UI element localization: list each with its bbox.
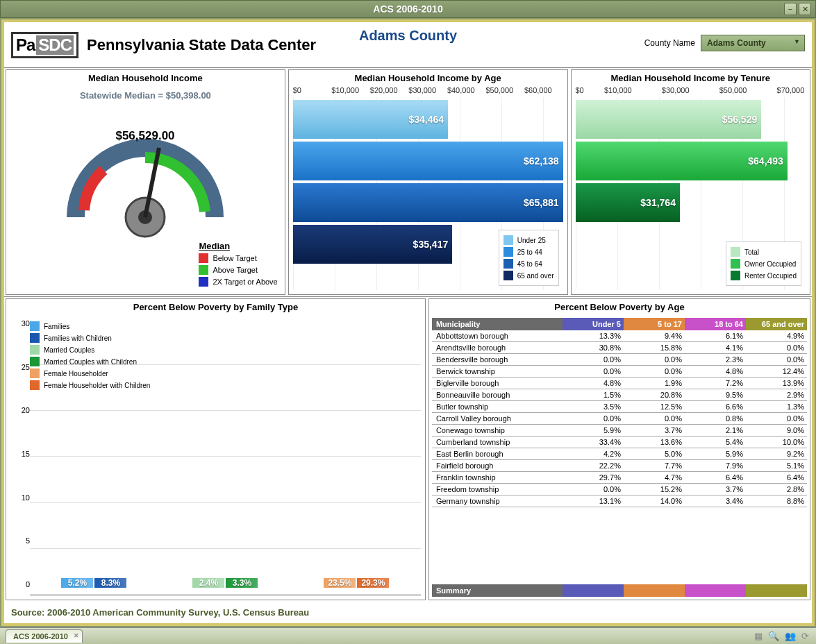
family-chart-legend: FamiliesFamilies with ChildrenMarried Co… — [30, 319, 150, 392]
legend-label: Below Target — [213, 254, 256, 262]
table-row[interactable]: Bonneauville borough1.5%20.8%9.5%2.9% — [432, 389, 807, 401]
table-header-cell[interactable]: 5 to 17 — [624, 318, 685, 330]
value-cell: 4.7% — [624, 472, 685, 483]
footer-tab[interactable]: ACS 2006-2010 ✕ — [6, 629, 83, 643]
muni-cell: Abbottstown borough — [432, 330, 563, 341]
logo: Pa SDC — [11, 32, 78, 58]
table-row[interactable]: Biglerville borough4.8%1.9%7.2%13.9% — [432, 378, 807, 389]
legend-item: 65 and over — [503, 271, 554, 280]
table-row[interactable]: Carroll Valley borough0.0%0.0%0.8%0.0% — [432, 413, 807, 425]
muni-cell: Bendersville borough — [432, 354, 563, 365]
family-chart-card: Percent Below Poverty by Family Type 302… — [6, 298, 426, 600]
value-cell: 3.7% — [624, 425, 685, 436]
poverty-table-title: Percent Below Poverty by Age — [429, 299, 810, 315]
tick-label: $30,000 — [662, 86, 690, 94]
table-header-cell[interactable]: 18 to 64 — [685, 318, 746, 330]
value-cell: 5.1% — [746, 460, 807, 471]
footer-tab-label: ACS 2006-2010 — [13, 632, 68, 641]
gauge-area: Statewide Median = $50,398.00 $56,529.00… — [6, 86, 285, 294]
search-icon[interactable]: 🔍 — [768, 631, 779, 641]
value-cell: 29.7% — [563, 472, 624, 483]
age-chart-title: Median Household Income by Age — [289, 70, 567, 86]
window-title: ACS 2006-2010 — [373, 3, 442, 15]
table-row[interactable]: Bendersville borough0.0%0.0%2.3%0.0% — [432, 354, 807, 366]
table-row[interactable]: Butler township3.5%12.5%6.6%1.3% — [432, 401, 807, 413]
value-cell: 2.8% — [746, 484, 807, 495]
gauge-legend-title: Median — [199, 241, 277, 251]
table-row[interactable]: Arendtsville borough30.8%15.8%4.1%0.0% — [432, 342, 807, 354]
legend-label: Female Householder with Children — [44, 382, 150, 389]
refresh-icon[interactable]: ⟳ — [801, 631, 809, 641]
vbar: 2.4% — [192, 578, 224, 588]
value-cell: 22.2% — [563, 460, 624, 471]
value-cell: 0.0% — [624, 366, 685, 377]
table-row[interactable]: Cumberland township33.4%13.6%5.4%10.0% — [432, 437, 807, 448]
legend-label: Families with Children — [44, 334, 112, 342]
legend-label: 2X Target or Above — [213, 278, 277, 286]
hbar-row: $34,464 — [293, 100, 563, 139]
value-cell: 6.6% — [685, 401, 746, 412]
value-cell: 2.1% — [685, 425, 746, 436]
summary-cell — [624, 584, 685, 597]
grid-icon[interactable]: ▦ — [754, 631, 763, 641]
close-icon[interactable]: ✕ — [74, 632, 79, 639]
value-cell: 13.3% — [563, 330, 624, 341]
hbar-row: $56,529 — [576, 100, 806, 139]
legend-label: Married Couples with Children — [44, 358, 137, 366]
poverty-table-header: MunicipalityUnder 55 to 1718 to 6465 and… — [432, 318, 807, 330]
table-row[interactable]: Fairfield borough22.2%7.7%7.9%5.1% — [432, 460, 807, 472]
hbar-fill: $62,138 — [293, 142, 563, 180]
legend-label: Owner Occupied — [744, 260, 796, 268]
county-selected: Adams County — [707, 38, 766, 48]
county-dropdown[interactable]: Adams County — [701, 35, 805, 51]
value-cell: 9.2% — [746, 448, 807, 459]
hbar-fill: $31,764 — [576, 183, 680, 222]
muni-cell: Fairfield borough — [432, 460, 563, 471]
close-button[interactable]: ✕ — [799, 3, 811, 15]
logo-sdc: SDC — [36, 35, 74, 55]
table-header-cell[interactable]: Under 5 — [563, 318, 624, 330]
legend-item: Owner Occupied — [731, 259, 797, 269]
minimize-button[interactable]: − — [784, 3, 797, 15]
value-cell: 2.9% — [746, 389, 807, 400]
gauge-subtitle: Statewide Median = $50,398.00 — [6, 90, 285, 101]
value-cell: 4.1% — [685, 342, 746, 353]
charts-row-2: Percent Below Poverty by Family Type 302… — [4, 297, 812, 602]
table-header-cell[interactable]: 65 and over — [746, 318, 807, 330]
table-row[interactable]: Abbottstown borough13.3%9.4%6.1%4.9% — [432, 330, 807, 342]
people-icon[interactable]: 👥 — [785, 631, 796, 641]
vbar: 23.5% — [324, 578, 356, 588]
hbar-row: $65,881 — [293, 183, 563, 222]
header: Pa SDC Pennsylvania State Data Center Ad… — [4, 22, 812, 68]
tenure-chart-ticks: $0$10,000$30,000$50,000$70,000 — [576, 86, 806, 94]
hbar-row: $62,138 — [293, 142, 563, 180]
hbar-fill: $64,493 — [576, 142, 788, 180]
value-cell: 0.0% — [746, 342, 807, 353]
legend-item: Female Householder with Children — [30, 380, 150, 390]
county-title: Adams County — [359, 28, 457, 44]
tick-label — [633, 86, 661, 94]
header-text: Pennsylvania State Data Center — [87, 36, 316, 54]
age-chart-legend: Under 2525 to 4445 to 6465 and over — [499, 230, 559, 286]
value-cell: 6.4% — [685, 472, 746, 483]
table-row[interactable]: Conewago township5.9%3.7%2.1%9.0% — [432, 425, 807, 437]
table-row[interactable]: Germany township13.1%14.0%3.4%8.8% — [432, 495, 807, 507]
table-row[interactable]: East Berlin borough4.2%5.0%5.9%9.2% — [432, 448, 807, 460]
value-cell: 6.1% — [685, 330, 746, 341]
vbar-group: 2.4%3.3% — [167, 578, 284, 588]
ytick-label: 15 — [10, 450, 30, 458]
value-cell: 0.0% — [624, 413, 685, 424]
tenure-chart-card: Median Household Income by Tenure $0$10,… — [571, 69, 811, 295]
legend-swatch — [30, 357, 40, 366]
tenure-chart-bars: $56,529$64,493$31,764TotalOwner Occupied… — [576, 97, 806, 290]
value-cell: 0.0% — [624, 354, 685, 365]
table-row[interactable]: Freedom township0.0%15.2%3.7%2.8% — [432, 484, 807, 495]
table-row[interactable]: Franklin township29.7%4.7%6.4%6.4% — [432, 472, 807, 484]
muni-cell: Germany township — [432, 495, 563, 507]
content-area: Pa SDC Pennsylvania State Data Center Ad… — [1, 19, 815, 626]
table-header-cell[interactable]: Municipality — [432, 318, 563, 330]
age-chart-card: Median Household Income by Age $0$10,000… — [288, 69, 568, 295]
table-row[interactable]: Berwick township0.0%0.0%4.8%12.4% — [432, 366, 807, 378]
legend-swatch — [199, 265, 208, 275]
poverty-table-scroll[interactable]: Abbottstown borough13.3%9.4%6.1%4.9%Aren… — [432, 330, 807, 584]
